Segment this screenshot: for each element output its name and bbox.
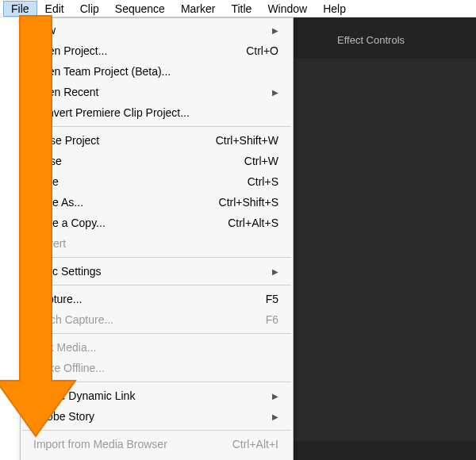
- menu-item-adobe-dynamic-link[interactable]: Adobe Dynamic Link▶: [21, 385, 293, 406]
- chevron-right-icon: ▶: [272, 267, 278, 276]
- chevron-right-icon: ▶: [272, 392, 278, 401]
- chevron-right-icon: ▶: [272, 88, 278, 97]
- menu-window[interactable]: Window: [259, 1, 315, 17]
- menu-separator: [22, 257, 291, 258]
- menu-item-close[interactable]: CloseCtrl+W: [21, 151, 293, 171]
- menu-item-open-project[interactable]: Open Project...Ctrl+O: [21, 40, 293, 61]
- menu-item-shortcut: Ctrl+O: [246, 44, 278, 57]
- chevron-right-icon: ▶: [272, 26, 278, 35]
- menu-file[interactable]: File: [3, 1, 37, 17]
- menu-item-label: Convert Premiere Clip Project...: [33, 106, 190, 119]
- panel-tabs: Effect Controls: [294, 27, 476, 52]
- menu-item-import-from-media-browser: Import from Media BrowserCtrl+Alt+I: [21, 434, 293, 454]
- menu-item-label: Capture...: [33, 293, 82, 305]
- menu-item-label: Open Recent: [33, 86, 99, 98]
- menu-item-convert-premiere-clip-project[interactable]: Convert Premiere Clip Project...: [21, 102, 293, 123]
- menu-separator: [22, 381, 291, 382]
- menu-separator: [22, 430, 291, 431]
- menu-marker[interactable]: Marker: [173, 1, 224, 17]
- menu-item-label: Link Media...: [33, 341, 96, 354]
- menu-item-label: Make Offline...: [33, 362, 105, 374]
- menu-item-label: Revert: [33, 237, 66, 250]
- menu-item-save[interactable]: SaveCtrl+S: [21, 171, 293, 192]
- menu-item-label: Batch Capture...: [33, 313, 113, 326]
- menu-item-shortcut: Ctrl+Alt+S: [228, 217, 278, 229]
- menu-separator: [22, 126, 291, 127]
- menu-sequence[interactable]: Sequence: [107, 1, 173, 17]
- menu-item-batch-capture: Batch Capture...F6: [21, 309, 293, 330]
- menu-item-label: Close: [33, 155, 62, 167]
- menu-item-open-team-project-beta[interactable]: Open Team Project (Beta)...: [21, 61, 293, 82]
- menu-item-shortcut: Ctrl+W: [244, 155, 278, 167]
- menu-item-link-media: Link Media...: [21, 337, 293, 358]
- menu-item-close-project[interactable]: Close ProjectCtrl+Shift+W: [21, 130, 293, 151]
- panel-body: [294, 59, 476, 441]
- menu-item-label: New: [33, 24, 56, 36]
- menu-item-sync-settings[interactable]: Sync Settings▶: [21, 261, 293, 282]
- menubar: File Edit Clip Sequence Marker Title Win…: [0, 0, 476, 17]
- menu-item-label: Adobe Story: [33, 410, 94, 423]
- menu-item-shortcut: F5: [266, 293, 278, 305]
- menu-item-label: Sync Settings: [33, 265, 102, 278]
- menu-item-save-as[interactable]: Save As...Ctrl+Shift+S: [21, 192, 293, 213]
- menu-item-shortcut: Ctrl+Alt+I: [232, 438, 278, 450]
- effect-controls-panel: Effect Controls: [294, 17, 476, 460]
- menu-item-label: Save As...: [33, 196, 83, 209]
- menu-clip[interactable]: Clip: [72, 1, 107, 17]
- menu-item-label: Save: [33, 175, 59, 188]
- menu-title[interactable]: Title: [223, 1, 259, 17]
- menu-help[interactable]: Help: [315, 1, 354, 17]
- menu-separator: [22, 333, 291, 334]
- menu-item-capture[interactable]: Capture...F5: [21, 289, 293, 309]
- menu-item-shortcut: F6: [266, 313, 278, 326]
- menu-item-make-offline: Make Offline...: [21, 358, 293, 378]
- file-dropdown-menu: New▶Open Project...Ctrl+OOpen Team Proje…: [20, 17, 294, 460]
- menu-item-shortcut: Ctrl+S: [248, 175, 278, 188]
- menu-item-save-a-copy[interactable]: Save a Copy...Ctrl+Alt+S: [21, 213, 293, 233]
- menu-item-label: Adobe Dynamic Link: [33, 389, 135, 402]
- chevron-right-icon: ▶: [272, 412, 278, 421]
- menu-item-shortcut: Ctrl+Shift+S: [219, 196, 278, 209]
- menu-item-label: Import from Media Browser: [33, 438, 167, 450]
- menu-item-import[interactable]: Import...Ctrl+I: [21, 454, 293, 460]
- menu-separator: [22, 285, 291, 286]
- menu-item-label: Open Team Project (Beta)...: [33, 65, 171, 78]
- menu-item-adobe-story[interactable]: Adobe Story▶: [21, 406, 293, 427]
- menu-item-label: Save a Copy...: [33, 217, 106, 229]
- menu-item-revert: Revert: [21, 233, 293, 254]
- tab-effect-controls[interactable]: Effect Controls: [301, 34, 405, 46]
- menu-item-shortcut: Ctrl+Shift+W: [216, 134, 278, 147]
- menu-item-open-recent[interactable]: Open Recent▶: [21, 82, 293, 102]
- menu-item-label: Close Project: [33, 134, 99, 147]
- menu-item-new[interactable]: New▶: [21, 20, 293, 40]
- menu-edit[interactable]: Edit: [37, 1, 72, 17]
- menu-item-label: Open Project...: [33, 44, 107, 57]
